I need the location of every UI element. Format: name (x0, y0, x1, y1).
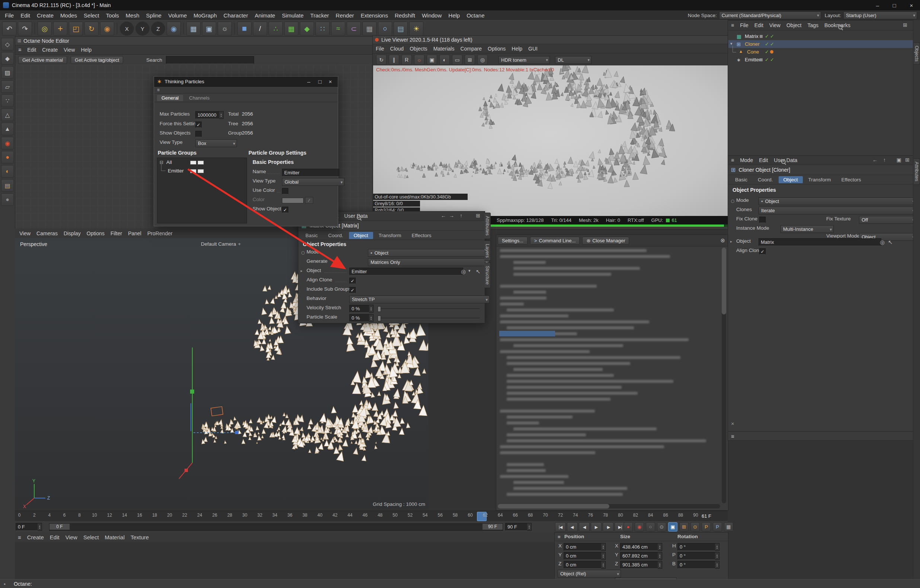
close-button[interactable]: × (325, 78, 335, 85)
size-x-field[interactable]: 438.406 cm (620, 543, 662, 551)
console-selected-line[interactable] (499, 331, 555, 336)
menu-item[interactable]: Filter (107, 231, 125, 236)
tp-hamburger-icon[interactable]: ≡ (157, 87, 160, 92)
tab-effectors[interactable]: Effectors (407, 232, 436, 239)
workplane-mode-icon[interactable]: ▱ (1, 80, 14, 93)
live-selection-tool[interactable]: ◎ (37, 21, 52, 36)
lower-hamburger-icon[interactable]: ≡ (728, 433, 737, 439)
mode-dropdown[interactable]: ▪Object (368, 249, 489, 257)
menu-item[interactable]: Create (39, 47, 61, 53)
menu-item[interactable]: View (61, 47, 78, 53)
menu-item[interactable]: Cameras (34, 231, 61, 236)
keyframe-selection-button[interactable]: ○ (646, 522, 655, 531)
tonemap-ball-icon[interactable]: ◐ (439, 55, 450, 65)
tab-transform[interactable]: Transform (803, 176, 836, 183)
octane-editor-hamburger-icon[interactable]: ≡ (15, 47, 24, 53)
position-z-field[interactable]: 0 cm (564, 561, 605, 569)
menu-item[interactable]: Create (34, 12, 57, 19)
previous-frame-button[interactable]: ◀ (579, 522, 590, 532)
include-sub-groups-checkbox[interactable] (349, 287, 356, 293)
position-y-field[interactable]: 0 cm (564, 552, 605, 560)
autokey-button[interactable]: ◉ (635, 522, 644, 531)
panel-close-icon[interactable]: × (731, 420, 734, 427)
menu-item[interactable]: Mode (737, 157, 756, 163)
play-button[interactable]: ▶ (591, 522, 601, 532)
animatable-dot-icon[interactable] (731, 200, 734, 203)
record-parameter-toggle[interactable]: P (701, 522, 711, 531)
subwindow-icon[interactable]: ⊞ (465, 55, 475, 65)
menu-item[interactable]: ProRender (144, 231, 176, 236)
group-color-box[interactable] (198, 161, 204, 165)
layer-dot[interactable] (760, 35, 763, 38)
menu-item[interactable]: Help (509, 46, 525, 52)
menu-item[interactable]: Edit (17, 12, 34, 19)
object-rel-dropdown[interactable]: Object (Rel) (558, 570, 621, 578)
field-spinner[interactable]: ▴▾ (715, 561, 719, 569)
group-color-box[interactable] (190, 161, 196, 165)
menu-item[interactable]: Select (80, 534, 102, 540)
hdr-tonemap-dropdown[interactable]: HDR tonem (499, 56, 550, 64)
force-setting-checkbox[interactable] (195, 121, 202, 128)
console-hscrollbar-thumb[interactable] (498, 504, 609, 509)
minimize-button[interactable]: – (304, 78, 314, 85)
menu-item[interactable]: Object (784, 22, 804, 28)
menu-item[interactable]: Select (80, 12, 103, 19)
octane-material-icon[interactable]: ● (1, 151, 14, 163)
menu-item[interactable]: File (737, 22, 752, 28)
color-picker-icon[interactable]: ∕ (305, 197, 313, 204)
scale-slider-handle[interactable] (377, 315, 381, 321)
attribute-manager-hamburger-icon[interactable]: ≡ (728, 157, 737, 163)
tab-coord[interactable]: Coord. (323, 232, 348, 239)
field-spinner[interactable]: ▴▾ (601, 552, 606, 560)
console-command-line-button[interactable]: >Command Line... (530, 237, 580, 245)
record-position-toggle[interactable]: ⊙ (657, 522, 666, 531)
enabled-check-icon[interactable]: ✓ (765, 41, 769, 47)
history-back-icon[interactable]: ← (441, 213, 446, 218)
animatable-dot-icon[interactable] (301, 251, 305, 255)
light-button[interactable]: ☀ (409, 21, 423, 36)
undo-button[interactable]: ↶ (2, 21, 16, 36)
menu-item[interactable]: File (373, 46, 387, 52)
menu-item[interactable]: View (63, 534, 80, 540)
field-spinner[interactable]: ▴▾ (369, 314, 374, 322)
new-panel-icon[interactable]: ⊞ (476, 213, 480, 218)
menu-item[interactable]: Options (485, 46, 509, 52)
size-z-field[interactable]: 901.385 cm (620, 561, 662, 569)
menu-item[interactable]: Materials (431, 46, 458, 52)
velocity-slider-track[interactable] (378, 309, 479, 310)
redo-button[interactable]: ↷ (18, 21, 32, 36)
menu-item[interactable]: Panel (125, 231, 144, 236)
show-object-checkbox[interactable] (282, 207, 288, 213)
coordinate-system-button[interactable]: ◉ (167, 21, 181, 36)
last-tool-used[interactable]: ◉ (100, 21, 114, 36)
render-view-button[interactable]: ▦ (186, 21, 201, 36)
menu-item[interactable]: Render (332, 12, 357, 19)
position-x-field[interactable]: 0 cm (564, 543, 605, 551)
mograph-cloner-button[interactable]: ∴ (269, 21, 283, 36)
polygons-mode-icon[interactable]: ▲ (1, 123, 14, 135)
enabled-check-icon[interactable]: ✓ (765, 57, 769, 63)
object-link-field[interactable]: Emitter (349, 268, 463, 275)
viewport-view-label[interactable]: Perspective (20, 241, 47, 247)
points-mode-icon[interactable]: ∵ (1, 94, 14, 107)
field-spinner[interactable]: ▴▾ (715, 552, 719, 560)
enabled-check-icon[interactable]: ✓ (770, 41, 774, 47)
menu-item[interactable]: Help (78, 47, 94, 53)
edges-mode-icon[interactable]: △ (1, 108, 14, 121)
dock-tab-objects[interactable]: Objects (914, 42, 920, 65)
floor-button[interactable]: ▦ (362, 21, 376, 36)
menu-item[interactable]: Tags (804, 22, 821, 28)
dropdown-arrow-icon[interactable]: ▾ (468, 268, 471, 273)
size-y-field[interactable]: 607.892 cm (620, 552, 662, 560)
name-field[interactable]: Emitter (282, 169, 339, 176)
target-picker-icon[interactable]: ◎ (461, 268, 466, 275)
tab-effectors[interactable]: Effectors (837, 176, 866, 183)
record-pla-toggle[interactable]: P (713, 522, 722, 531)
console-vscrollbar[interactable] (722, 247, 726, 503)
menu-item[interactable]: File (2, 12, 17, 19)
console-vscrollbar-thumb[interactable] (722, 247, 726, 315)
field-spinner[interactable]: ▴▾ (658, 561, 662, 569)
texture-mode-icon[interactable]: ▨ (1, 66, 14, 79)
lock-z-axis-button[interactable]: Z (151, 21, 165, 36)
menu-item[interactable]: Compare (457, 46, 485, 52)
